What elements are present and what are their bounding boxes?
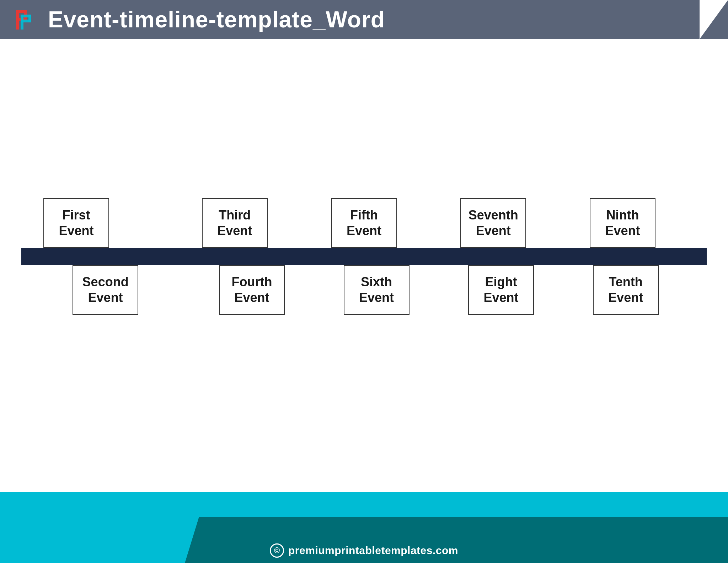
- bottom-events-row: SecondEvent FourthEvent: [21, 265, 707, 372]
- copyright-icon: ©: [270, 543, 284, 558]
- event-box-seventh: SeventhEvent: [460, 198, 526, 248]
- event-col-8: EightEvent: [439, 265, 563, 315]
- logo: [14, 8, 37, 31]
- timeline-bar: [21, 248, 707, 265]
- event-label-fifth: FifthEvent: [347, 207, 381, 238]
- event-label-second: SecondEvent: [82, 274, 129, 305]
- top-event-7: SeventhEvent: [460, 198, 526, 248]
- event-col-3: ThirdEvent: [170, 198, 299, 248]
- event-box-sixth: SixthEvent: [344, 265, 410, 315]
- bottom-event-4: FourthEvent: [219, 265, 285, 315]
- event-box-fifth: FifthEvent: [331, 198, 397, 248]
- event-box-third: ThirdEvent: [202, 198, 268, 248]
- top-events-row: FirstEvent ThirdEvent: [21, 141, 707, 248]
- event-label-tenth: TenthEvent: [608, 274, 643, 305]
- bottom-event-6: SixthEvent: [344, 265, 410, 315]
- main-content: FirstEvent ThirdEvent: [0, 39, 728, 492]
- top-event-3: ThirdEvent: [202, 198, 268, 248]
- event-col-5: FifthEvent: [299, 198, 429, 248]
- event-box-fourth: FourthEvent: [219, 265, 285, 315]
- timeline-area: FirstEvent ThirdEvent: [0, 39, 728, 492]
- footer-url: premiumprintabletemplates.com: [288, 545, 458, 557]
- event-box-tenth: TenthEvent: [593, 265, 659, 315]
- event-col-10: TenthEvent: [563, 265, 688, 315]
- top-event-1: FirstEvent: [43, 198, 109, 248]
- page-title: Event-timeline-template_Word: [48, 6, 385, 33]
- event-col-6: SixthEvent: [314, 265, 439, 315]
- footer-text-area: © premiumprintabletemplates.com: [0, 538, 728, 563]
- event-box-ninth: NinthEvent: [590, 198, 655, 248]
- svg-rect-7: [21, 20, 31, 22]
- event-box-first: FirstEvent: [43, 198, 109, 248]
- event-box-second: SecondEvent: [73, 265, 138, 315]
- event-label-fourth: FourthEvent: [232, 274, 272, 305]
- header: Event-timeline-template_Word: [0, 0, 728, 39]
- event-box-eight: EightEvent: [468, 265, 534, 315]
- event-label-seventh: SeventhEvent: [469, 207, 518, 238]
- event-label-eight: EightEvent: [484, 274, 519, 305]
- timeline-wrapper: FirstEvent ThirdEvent: [21, 141, 707, 390]
- event-label-ninth: NinthEvent: [605, 207, 640, 238]
- bottom-event-8: EightEvent: [468, 265, 534, 315]
- event-label-sixth: SixthEvent: [359, 274, 394, 305]
- footer: © premiumprintabletemplates.com: [0, 492, 728, 563]
- top-event-5: FifthEvent: [331, 198, 397, 248]
- event-label-first: FirstEvent: [59, 207, 94, 238]
- event-label-third: ThirdEvent: [217, 207, 252, 238]
- top-event-9: NinthEvent: [590, 198, 655, 248]
- event-col-1: FirstEvent: [21, 198, 131, 248]
- bottom-event-10: TenthEvent: [593, 265, 659, 315]
- bottom-event-2: SecondEvent: [73, 265, 138, 315]
- event-col-7: SeventhEvent: [429, 198, 558, 248]
- event-col-2: SecondEvent: [59, 265, 152, 315]
- event-col-4: FourthEvent: [189, 265, 314, 315]
- event-col-9: NinthEvent: [558, 198, 687, 248]
